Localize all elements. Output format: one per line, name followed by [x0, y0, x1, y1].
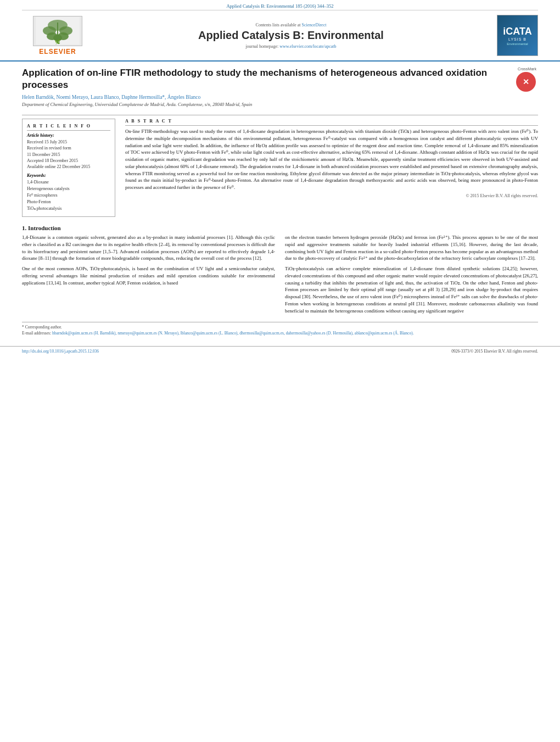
footer-issn: 0926-3373/© 2015 Elsevier B.V. All right… [451, 349, 538, 354]
corresponding-author-note: * Corresponding author. [22, 325, 538, 331]
keywords-subheading: Keywords: [27, 173, 110, 178]
intro-section-title: 1. Introduction [22, 225, 538, 231]
intro-para2: One of the most common AOPs, TiO₂-photoc… [22, 265, 275, 286]
crossmark-box: CrossMark ✕ [516, 67, 538, 92]
journal-title: Applied Catalysis B: Environmental [93, 29, 489, 42]
intro-two-col: 1,4-Dioxane is a common organic solvent,… [22, 234, 538, 317]
svg-text:🌿: 🌿 [55, 39, 60, 44]
elsevier-tree-image: 🌿 [33, 16, 82, 46]
page-wrapper: Applied Catalysis B: Environmental 185 (… [0, 0, 560, 356]
article-content: Application of on-line FTIR methodology … [0, 62, 560, 342]
email-links[interactable]: hbarndok@quim.ucm.es (H. Barndök), nmera… [52, 331, 414, 336]
intro-para1: 1,4-Dioxane is a common organic solvent,… [22, 234, 275, 262]
intro-para4: TiO₂-photocatalysis can achieve complete… [285, 265, 538, 314]
journal-homepage: journal homepage: www.elsevier.com/locat… [93, 44, 489, 49]
keywords-list: 1,4-Dioxane Heterogeneous catalysts Fe⁰ … [27, 179, 110, 212]
article-info-heading: A R T I C L E I N F O [27, 124, 110, 131]
journal-top-bar: Applied Catalysis B: Environmental 185 (… [22, 0, 538, 10]
doi-link[interactable]: http://dx.doi.org/10.1016/j.apcatb.2015.… [22, 349, 99, 354]
available-date: Available online 22 December 2015 [27, 164, 110, 170]
journal-header-center: Contents lists available at ScienceDirec… [93, 23, 489, 49]
article-info-col: A R T I C L E I N F O Article history: R… [22, 119, 115, 217]
elsevier-wordmark: ELSEVIER [39, 48, 76, 55]
abstract-col: A B S T R A C T On-line FTIR-methodology… [125, 119, 538, 217]
keyword-4: Photo-Fenton [27, 199, 110, 205]
body-section: 1. Introduction 1,4-Dioxane is a common … [22, 225, 538, 317]
keyword-2: Heterogeneous catalysts [27, 186, 110, 192]
crossmark-icon: ✕ [516, 72, 536, 92]
abstract-text: On-line FTIR-methodology was used to stu… [125, 128, 538, 191]
journal-citation: Applied Catalysis B: Environmental 185 (… [226, 3, 333, 9]
journal-header-left: 🌿 ELSEVIER [22, 16, 93, 55]
sciencedirect-link[interactable]: ScienceDirect [302, 23, 327, 27]
elsevier-logo: 🌿 ELSEVIER [22, 16, 93, 55]
revised-date: 11 December 2015 [27, 152, 110, 158]
intro-col-right: on the electron transfer between hydroge… [285, 234, 538, 317]
article-divider [22, 115, 538, 115]
keyword-3: Fe⁰ microspheres [27, 192, 110, 199]
article-affiliation: Department of Chemical Engineering, Univ… [22, 102, 511, 107]
journal-header-right: iCATA LYSIS B Environmental [489, 15, 538, 56]
email-note: E-mail addresses: hbarndok@quim.ucm.es (… [22, 331, 538, 337]
article-authors: Helen Barndök, Noemi Merayo, Laura Blanc… [22, 94, 511, 100]
article-info-abstract: A R T I C L E I N F O Article history: R… [22, 119, 538, 217]
copyright-line: © 2015 Elsevier B.V. All rights reserved… [125, 193, 538, 198]
article-title-section: Application of on-line FTIR methodology … [22, 67, 538, 111]
revised-label: Received in revised form [27, 145, 110, 151]
journal-header: 🌿 ELSEVIER Contents lists available at S… [0, 10, 560, 62]
received-date: Received 15 July 2015 [27, 139, 110, 145]
homepage-link[interactable]: www.elsevier.com/locate/apcatb [279, 44, 336, 49]
keyword-5: TiO₂ photocatalysis [27, 205, 110, 212]
footnotes-section: * Corresponding author. E-mail addresses… [22, 322, 538, 336]
intro-para3: on the electron transfer between hydroge… [285, 234, 538, 262]
accepted-date: Accepted 18 December 2015 [27, 158, 110, 164]
abstract-heading: A B S T R A C T [125, 119, 538, 126]
keyword-1: 1,4-Dioxane [27, 179, 110, 186]
article-title: Application of on-line FTIR methodology … [22, 67, 511, 91]
article-info-box: A R T I C L E I N F O Article history: R… [22, 119, 115, 217]
history-subheading: Article history: [27, 133, 110, 138]
article-title-text: Application of on-line FTIR methodology … [22, 67, 511, 111]
journal-logo-box: iCATA LYSIS B Environmental [497, 15, 538, 56]
intro-col-left: 1,4-Dioxane is a common organic solvent,… [22, 234, 275, 317]
footer-doi: http://dx.doi.org/10.1016/j.apcatb.2015.… [22, 349, 99, 354]
page-footer: http://dx.doi.org/10.1016/j.apcatb.2015.… [0, 346, 560, 356]
contents-available: Contents lists available at ScienceDirec… [93, 23, 489, 27]
